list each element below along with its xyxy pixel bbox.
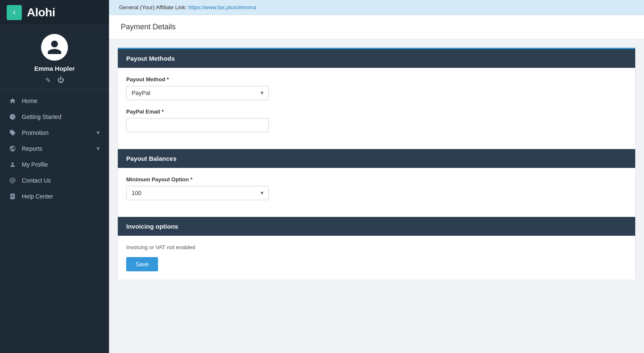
sidebar-item-contact-us[interactable]: Contact Us	[0, 173, 109, 188]
invoicing-description: Invoicing or VAT not enabled	[126, 244, 627, 250]
main-content: General (Your) Affiliate Link: https://w…	[109, 0, 644, 353]
app-logo: Alohi	[27, 6, 55, 19]
sidebar-header: Alohi	[0, 0, 109, 26]
payout-balances-body: Minimum Payout Option * 100 200 500 ▼	[118, 168, 635, 217]
payout-methods-title: Payout Methods	[126, 55, 175, 62]
chevron-down-icon-reports: ▼	[96, 146, 101, 152]
sidebar-item-my-profile-label: My Profile	[22, 161, 48, 168]
sidebar-item-my-profile[interactable]: My Profile	[0, 157, 109, 173]
affiliate-bar: General (Your) Affiliate Link: https://w…	[109, 0, 644, 15]
sidebar-item-promotion[interactable]: Promotion ▼	[0, 125, 109, 141]
paypal-email-group: PayPal Email *	[126, 108, 627, 132]
invoicing-title: Invoicing options	[126, 223, 178, 230]
user-name: Emma Hopler	[34, 65, 75, 72]
book-icon	[8, 193, 17, 200]
at-icon	[8, 177, 17, 184]
page-body: Payout Methods Payout Method * PayPal Ba…	[109, 39, 644, 289]
invoicing-body: Invoicing or VAT not enabled Save	[118, 236, 635, 280]
sidebar-item-contact-us-label: Contact Us	[22, 177, 51, 184]
min-payout-group: Minimum Payout Option * 100 200 500 ▼	[126, 176, 627, 200]
sidebar-item-getting-started[interactable]: Getting Started	[0, 109, 109, 125]
page-title: Payment Details	[121, 23, 632, 31]
payout-methods-body: Payout Method * PayPal Bank Transfer Wir…	[118, 68, 635, 149]
chevron-down-icon: ▼	[96, 130, 101, 136]
paypal-email-input[interactable]	[126, 118, 269, 132]
content-area: Payment Details Payout Methods Payout Me…	[109, 15, 644, 353]
avatar	[41, 34, 68, 61]
user-section: Emma Hopler ✎ ⏻	[0, 26, 109, 90]
payout-method-label: Payout Method *	[126, 76, 627, 82]
min-payout-label: Minimum Payout Option *	[126, 176, 627, 183]
sidebar-item-home[interactable]: Home	[0, 93, 109, 109]
clock-icon	[8, 113, 17, 120]
payout-method-select[interactable]: PayPal Bank Transfer Wire Transfer	[126, 86, 269, 100]
save-button[interactable]: Save	[126, 257, 158, 271]
sidebar-item-getting-started-label: Getting Started	[22, 113, 61, 120]
payout-methods-header: Payout Methods	[118, 49, 635, 68]
home-icon	[8, 98, 17, 104]
min-payout-select-wrapper: 100 200 500 ▼	[126, 186, 269, 200]
payout-balances-title: Payout Balances	[126, 155, 177, 162]
sidebar-item-promotion-label: Promotion	[22, 129, 49, 136]
payout-method-select-wrapper: PayPal Bank Transfer Wire Transfer ▼	[126, 86, 269, 100]
payout-balances-header: Payout Balances	[118, 149, 635, 168]
tag-icon	[8, 129, 17, 136]
sidebar: Alohi Emma Hopler ✎ ⏻ Home Getting Start…	[0, 0, 109, 353]
page-header: Payment Details	[109, 15, 644, 39]
sidebar-item-reports[interactable]: Reports ▼	[0, 141, 109, 157]
affiliate-bar-prefix: General (Your) Affiliate Link:	[119, 4, 187, 10]
logout-button[interactable]: ⏻	[57, 76, 64, 84]
back-button[interactable]	[7, 5, 22, 20]
sidebar-item-help-center-label: Help Center	[22, 193, 53, 200]
person-icon	[8, 161, 17, 168]
payment-details-card: Payout Methods Payout Method * PayPal Ba…	[117, 48, 636, 280]
nav-list: Home Getting Started Promotion ▼ Reports…	[0, 90, 109, 353]
min-payout-select[interactable]: 100 200 500	[126, 186, 269, 200]
globe-icon	[8, 145, 17, 152]
sidebar-item-home-label: Home	[22, 98, 37, 104]
affiliate-link[interactable]: https://www.fax.plus/#emma	[188, 4, 256, 10]
edit-profile-button[interactable]: ✎	[45, 76, 51, 84]
sidebar-item-help-center[interactable]: Help Center	[0, 188, 109, 204]
user-actions: ✎ ⏻	[45, 76, 64, 84]
paypal-email-label: PayPal Email *	[126, 108, 627, 115]
payout-method-group: Payout Method * PayPal Bank Transfer Wir…	[126, 76, 627, 100]
invoicing-header: Invoicing options	[118, 217, 635, 236]
sidebar-item-reports-label: Reports	[22, 145, 42, 152]
